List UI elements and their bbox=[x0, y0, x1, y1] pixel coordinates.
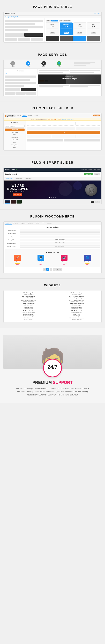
pp-tab-basic[interactable]: Basic bbox=[46, 20, 51, 22]
pt-view-link[interactable]: View bbox=[97, 13, 100, 14]
srv-icon-settings: ⚙ Settings bbox=[10, 61, 15, 67]
ss-edit-btn[interactable]: Edit bbox=[91, 201, 94, 203]
srv-icon-monitor: 🖥 Monitor bbox=[42, 61, 46, 67]
wc-tab-products[interactable]: Products bbox=[12, 222, 20, 225]
pb-widget-item-7[interactable]: Pricing Table bbox=[4, 144, 24, 146]
pb-nav-layout[interactable]: Layout bbox=[16, 114, 22, 116]
wc-address-input[interactable] bbox=[20, 229, 100, 232]
pt-header-label: Pricing Table bbox=[5, 13, 15, 14]
ss-slider-cta-btn[interactable]: SHOP NOW bbox=[13, 194, 22, 196]
wc-bestseller-badge: ★ BEST SELLER bbox=[46, 252, 59, 253]
wc-tab-checkout[interactable]: Checkout bbox=[27, 222, 34, 225]
srv-btn-4[interactable] bbox=[26, 92, 36, 94]
ss-thumb-3[interactable] bbox=[16, 200, 22, 204]
ss-new-slider-btn[interactable]: New Slider bbox=[84, 173, 93, 176]
wc-page-prev[interactable]: ‹ bbox=[43, 268, 46, 271]
pp-card-standard: STANDARD $19 ORDER bbox=[60, 22, 73, 35]
pb-layout-btn[interactable] bbox=[64, 139, 100, 142]
pb-add-row-btn[interactable]: + Add Row bbox=[27, 132, 100, 134]
wc-page-4[interactable]: 4 bbox=[56, 268, 59, 271]
ss-import-btn[interactable]: Import bbox=[94, 173, 100, 176]
pp-tab-pro[interactable]: Pro bbox=[59, 20, 63, 22]
pp-card-dark-2 bbox=[60, 36, 73, 41]
ss-dot-2[interactable] bbox=[51, 197, 52, 198]
wc-page-1[interactable]: 1 bbox=[46, 268, 49, 271]
srv-btn-3[interactable] bbox=[16, 92, 26, 94]
pp-enterprise-btn[interactable]: ORDER bbox=[91, 32, 96, 34]
ss-nav-help[interactable]: Help bbox=[97, 169, 100, 170]
wc-tab-shipping[interactable]: Shipping bbox=[20, 222, 27, 225]
ss-thumb-1[interactable] bbox=[5, 200, 10, 204]
ss-tab-slider2[interactable]: Promo Slider bbox=[14, 177, 23, 180]
srv-save-btn[interactable] bbox=[21, 88, 36, 91]
pb-widget-item-5[interactable]: Testimonial bbox=[4, 139, 24, 141]
widget-pricing-table-desc: Pricing Table Widget bbox=[5, 294, 52, 295]
pb-nav-rows[interactable]: Rows bbox=[22, 114, 26, 116]
ss-dot-3[interactable] bbox=[53, 197, 54, 198]
wc-tab-api[interactable]: API bbox=[41, 222, 45, 225]
wc-tabs-bar: General Products Shipping Checkout Email… bbox=[4, 222, 102, 225]
pb-widget-item-8[interactable]: Blog bbox=[4, 146, 24, 149]
srv-btn-2[interactable] bbox=[5, 92, 15, 94]
pb-widget-item-4[interactable]: Call to Action bbox=[4, 136, 24, 138]
widget-team-members-name: MD - Team Members bbox=[5, 310, 52, 312]
ss-tab-slider1[interactable]: Music Slider bbox=[5, 177, 14, 180]
wc-country-select[interactable]: United States (US) bbox=[20, 239, 100, 241]
pt-btn-2[interactable] bbox=[5, 38, 17, 41]
wc-page-2[interactable]: 2 bbox=[50, 268, 52, 271]
widget-testimonials: MD - Testimonials Testimonials Widget bbox=[5, 314, 52, 316]
pp-standard-btn[interactable]: ORDER bbox=[64, 32, 69, 34]
ss-tab-slider3[interactable]: Hero Slider bbox=[24, 177, 32, 180]
wc-address2-input[interactable] bbox=[20, 232, 100, 235]
wc-currency-select[interactable]: Australian Dollar bbox=[20, 245, 100, 248]
wc-tab-general[interactable]: General bbox=[5, 222, 12, 225]
pb-widget-item-1[interactable]: Text Widget bbox=[4, 128, 24, 131]
ss-nav-sliders[interactable]: Sliders bbox=[88, 169, 92, 170]
pt-btn-save[interactable] bbox=[24, 33, 43, 37]
pb-nav-widgets[interactable]: Widgets bbox=[27, 114, 33, 116]
pb-widget-item-3[interactable]: Button bbox=[4, 134, 24, 136]
pb-nav: Layout Rows Widgets History bbox=[16, 114, 39, 116]
wc-guitar-price: $299 bbox=[6, 264, 29, 265]
ss-dot-4[interactable] bbox=[55, 197, 56, 198]
pb-nav-history[interactable]: History bbox=[34, 114, 39, 116]
widget-products-special-2-name: MD - Products Special bbox=[53, 299, 100, 301]
pt-btn-3[interactable] bbox=[18, 38, 30, 41]
page-services-section: PAGE SERVICES ⚙ Settings ☁ Cloud 🖥 Monit… bbox=[0, 48, 105, 101]
pb-search-input[interactable] bbox=[4, 125, 24, 128]
wc-field-selling: Selling location(s) Sell to all countrie… bbox=[5, 242, 100, 244]
pricing-table-section: PAGE PRICING TABLE Pricing Table Edit Vi… bbox=[0, 0, 105, 48]
pb-widget-item-2[interactable]: Image Widget bbox=[4, 131, 24, 133]
pb-widget-item-6[interactable]: Team bbox=[4, 141, 24, 144]
ss-nav-docs[interactable]: Docs bbox=[93, 169, 96, 170]
wc-product-guitar: 🎸 Guitar ★★★★★ $299 bbox=[6, 255, 29, 265]
srv-cancel-btn[interactable] bbox=[5, 88, 20, 91]
support-section: 🧑 24/7 / 7 PREMIUM SUPPORT Our support t… bbox=[0, 328, 105, 403]
pp-tab-standard[interactable]: Standard bbox=[51, 20, 58, 22]
ss-settings-btn[interactable]: Settings bbox=[94, 201, 100, 203]
wc-selling-select[interactable]: Sell to all countries bbox=[20, 242, 100, 244]
ss-nav-dashboard[interactable]: Dashboard bbox=[81, 169, 87, 170]
pt-btn-4[interactable] bbox=[31, 38, 43, 41]
wc-tab-advanced[interactable]: Advanced bbox=[46, 222, 54, 225]
pt-field-1 bbox=[5, 20, 43, 22]
wc-page-next[interactable]: › bbox=[59, 268, 62, 271]
wc-tab-emails[interactable]: Emails bbox=[34, 222, 41, 225]
pb-prebuilt-btn[interactable] bbox=[27, 139, 63, 142]
ss-dot-active[interactable] bbox=[49, 197, 50, 198]
wc-guitar-name: Guitar bbox=[6, 261, 29, 262]
pp-basic-btn[interactable]: ORDER bbox=[50, 32, 55, 34]
pp-pro-btn[interactable]: ORDER bbox=[77, 32, 82, 34]
builder-screenshot: SiteOrigin Page Builder Layout Rows Widg… bbox=[4, 113, 102, 150]
wc-page-3[interactable]: 3 bbox=[53, 268, 56, 271]
pb-classic-link[interactable]: Switch to Classic Editor bbox=[62, 118, 74, 120]
support-title-row: PREMIUM SUPPORT bbox=[4, 380, 102, 385]
pp-card-pro: PRO $29 ORDER bbox=[73, 22, 86, 35]
widgets-section: WIDGETS MD - Pricing table Pricing Table… bbox=[0, 278, 105, 328]
pp-tab-enterprise[interactable]: Enterprise bbox=[63, 20, 70, 22]
pt-btn-cancel[interactable] bbox=[5, 33, 24, 37]
wc-city-input[interactable] bbox=[20, 236, 100, 238]
pt-edit-link[interactable]: Edit bbox=[94, 13, 96, 14]
ss-thumb-2[interactable] bbox=[11, 200, 16, 204]
pb-preview-btn[interactable]: Preview bbox=[94, 114, 100, 116]
